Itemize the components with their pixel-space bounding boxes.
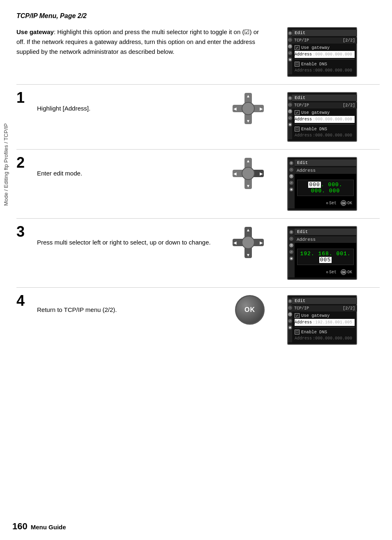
step-4-text: Return to TCP/IP menu (2/2).: [37, 305, 229, 315]
s4-dns-addr-label: Address: [295, 336, 312, 341]
cs-page-intro: [2/2]: [343, 38, 355, 43]
page-number: 160: [12, 521, 28, 532]
camera-screen-4: D · Y ✓ ▦ Edit TCP/IP [2/2]: [287, 295, 357, 345]
s2-ok-circle: OK: [341, 200, 346, 206]
s1-label-gw: Use gateway: [301, 110, 330, 115]
s2-seg1: 000: [328, 182, 339, 188]
s4-label-addr: Address: [295, 320, 312, 325]
s3-set-icon: ⊙: [326, 270, 328, 275]
s1-page: [2/2]: [343, 103, 355, 108]
step-3-number: 3: [16, 224, 37, 239]
s3-footer-set: ⊙Set: [326, 269, 337, 275]
icon-dot1: ·: [288, 38, 292, 42]
s2-seg3: 000: [329, 188, 340, 194]
s4-cb-gw: ✓: [295, 313, 300, 318]
camera-screen-1: D · Y ✓ ▦ Edit TCP/IP [2/2]: [287, 92, 357, 142]
step-2-dpad: ▲ ▼ ◀ ▶: [232, 157, 265, 190]
arrow-intro: ▶: [352, 52, 355, 57]
s4-icon-y: Y: [288, 312, 292, 316]
s4-icon-dot: ·: [288, 306, 292, 310]
s2-icon-dot: ·: [289, 168, 293, 172]
step-1-dpad: ▲ ▼ ◀ ▶: [232, 92, 265, 125]
s4-cb-dns: □: [295, 330, 300, 335]
step-4-screen-area: D · Y ✓ ▦ Edit TCP/IP [2/2]: [265, 295, 380, 345]
s2-header: Edit: [297, 160, 308, 165]
ok-button[interactable]: OK: [235, 295, 265, 325]
icon-active1: Y: [288, 44, 292, 48]
step-2-number: 2: [16, 155, 37, 170]
icon-check1: ✓: [288, 51, 292, 55]
s1-cb-gw: ✓: [295, 110, 300, 115]
step-2-row: 2 Enter edit mode. ▲ ▼ ◀ ▶ D · Y ✓: [16, 149, 380, 218]
s4-dns-addr-val: :000.000.000.000: [313, 336, 352, 341]
s3-icon-y: Y: [289, 243, 293, 247]
intro-screen-area: D · Y ✓ ▦ Edit TCP/IP [2/2]: [265, 27, 380, 77]
step-2-screen-area: D · Y ✓ ▦ Edit Address: [265, 157, 380, 211]
s1-tcpip: TCP/IP: [294, 103, 309, 108]
s4-icon-d: D: [288, 299, 292, 303]
icon-d: D: [288, 31, 292, 35]
s2-subheader: Address: [297, 168, 316, 173]
step-2-text: Enter edit mode.: [37, 169, 226, 178]
s1-header: Edit: [295, 95, 305, 100]
step-3-row: 3 Press multi selector left or right to …: [16, 218, 380, 287]
s3-seg3: 005: [319, 257, 332, 263]
s1-icon-ck: ✓: [288, 116, 292, 120]
dpad-center-3: [242, 236, 255, 249]
label-dns-intro: Enable DNS: [301, 62, 327, 67]
s4-arrow: ▶: [352, 320, 355, 325]
label-gateway-intro: Use gateway: [301, 45, 330, 50]
s2-icon-y: Y: [289, 174, 293, 178]
s1-icon-y: Y: [288, 109, 292, 113]
s3-header: Edit: [297, 229, 308, 234]
s1-dns-addr-val: :000.000.000.000: [313, 133, 352, 138]
step-1-number: 1: [16, 90, 37, 105]
s2-addr-value: 000. 000. 000. 000: [297, 180, 354, 196]
step-3-text: Press multi selector left or right to se…: [37, 238, 226, 247]
step-4-number: 4: [16, 293, 37, 308]
addr-val-intro: :000.000.000.000: [313, 52, 352, 57]
step-1-row: 1 Highlight [Address]. ▲ ▼ ◀ ▶ D · Y ✓: [16, 84, 380, 149]
s4-addr-val: :192.168.001.005: [313, 320, 352, 325]
s1-arrow: ▶: [352, 117, 355, 122]
intro-section: Use gateway: Highlight this option and p…: [16, 27, 380, 84]
step-3-screen-area: D · Y ✓ ▦ Edit Address: [265, 226, 380, 280]
s3-icon-d: D: [289, 230, 293, 234]
step-1-screen-area: D · Y ✓ ▦ Edit TCP/IP [2/2]: [265, 92, 380, 142]
s2-footer-ok: OKOK: [341, 200, 352, 206]
s3-icon-ck: ✓: [289, 250, 293, 254]
s3-subheader: Address: [297, 237, 316, 242]
s1-icon-dot: ·: [288, 103, 292, 107]
s4-icon-img: ▦: [288, 325, 292, 330]
s2-icon-img: ▦: [289, 187, 293, 192]
s1-icon-img: ▦: [288, 122, 292, 127]
s1-dns-addr-label: Address: [295, 133, 312, 138]
s1-label-dns: Enable DNS: [301, 127, 327, 132]
s2-icon-d: D: [289, 161, 293, 165]
cb-gateway-intro: ✓: [295, 45, 300, 50]
s4-header: Edit: [295, 298, 305, 303]
s2-set-icon: ⊙: [326, 201, 328, 205]
s3-seg1: 168: [318, 251, 329, 257]
page-footer-label: Menu Guide: [31, 524, 66, 531]
s2-seg2: 000: [311, 188, 322, 194]
camera-screen-intro: D · Y ✓ ▦ Edit TCP/IP [2/2]: [287, 27, 357, 77]
s4-page: [2/2]: [343, 306, 355, 311]
dpad-center-1: [242, 102, 255, 115]
step-4-row: 4 Return to TCP/IP menu (2/2). OK D · Y …: [16, 287, 380, 352]
cs-tcpip-intro: TCP/IP: [294, 38, 309, 43]
step-1-text: Highlight [Address].: [37, 104, 226, 113]
page-footer: 160 Menu Guide: [12, 521, 66, 532]
dns-addr-val-intro: :000.000.000.000: [313, 68, 352, 73]
intro-bold: Use gateway: [16, 28, 54, 35]
camera-screen-2: D · Y ✓ ▦ Edit Address: [287, 157, 357, 211]
s3-seg2: 001: [336, 251, 347, 257]
s1-cb-dns: □: [295, 127, 300, 132]
s1-icon-d: D: [288, 96, 292, 100]
cb-dns-intro: □: [295, 62, 300, 67]
s2-footer-set: ⊙Set: [326, 200, 337, 206]
s3-seg0: 192: [300, 251, 311, 257]
s3-ok-circle: OK: [341, 269, 346, 275]
ok-label: OK: [244, 306, 255, 314]
cs-header-edit-intro: Edit: [295, 30, 305, 35]
